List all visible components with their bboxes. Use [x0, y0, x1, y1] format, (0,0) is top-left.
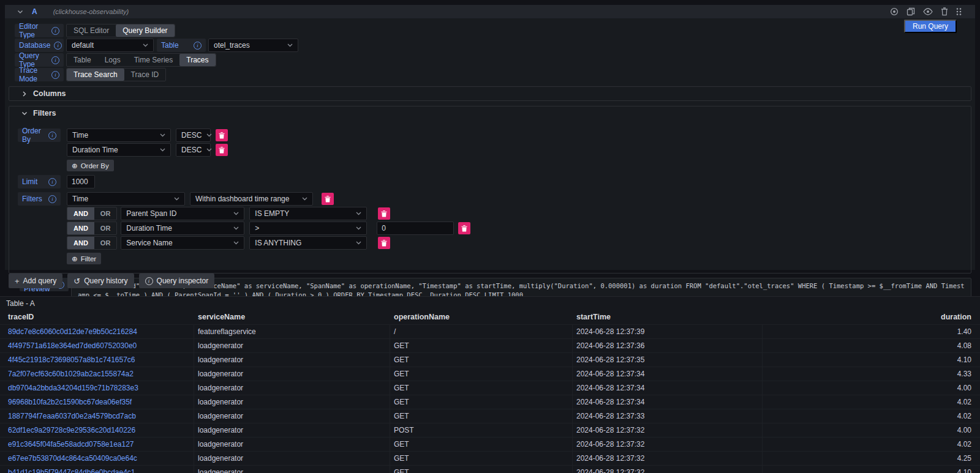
chevron-right-icon	[23, 91, 27, 97]
delete-query-icon[interactable]	[941, 7, 948, 16]
duration-cell: 4.02	[763, 395, 980, 409]
trace-id-link[interactable]: 96968b10fa2b2c1590bc67dea06ef35f	[8, 398, 132, 406]
filter-field-select[interactable]: Duration Time	[121, 222, 244, 235]
add-query-button[interactable]: + Add query	[9, 274, 62, 288]
duplicate-query-icon[interactable]	[907, 7, 915, 16]
remove-filter-button[interactable]	[458, 222, 470, 234]
column-header-traceid[interactable]: traceID	[0, 310, 194, 324]
duration-cell: 4.25	[763, 452, 980, 465]
filter-field-select[interactable]: Parent Span ID	[121, 207, 244, 220]
table-panel: Table - A traceID serviceName operationN…	[0, 296, 980, 473]
database-select[interactable]: default	[66, 39, 154, 52]
column-header-servicename[interactable]: serviceName	[194, 310, 390, 324]
limit-input[interactable]	[67, 175, 95, 188]
disable-query-icon[interactable]	[890, 7, 899, 16]
plus-circle-icon: ⊕	[72, 162, 78, 170]
table-row: 89dc7e8c6060c0d12de7e9b50c216284 feature…	[0, 324, 980, 338]
table-row: e67ee7b53870d4c864ca50409ca0e64c loadgen…	[0, 451, 980, 465]
query-type-option-timeseries[interactable]: Time Series	[127, 54, 180, 66]
column-header-duration[interactable]: duration	[763, 310, 980, 324]
editor-type-label: Editor Type i	[15, 24, 64, 37]
order-by-label: Order By i	[18, 128, 61, 142]
filter-field-select[interactable]: Time	[67, 192, 185, 206]
table-row: 96968b10fa2b2c1590bc67dea06ef35f loadgen…	[0, 395, 980, 409]
hide-response-icon[interactable]	[923, 8, 933, 15]
or-option[interactable]: OR	[94, 207, 117, 220]
filter-operator-select[interactable]: IS EMPTY	[249, 207, 367, 220]
trace-id-link[interactable]: 89dc7e8c6060c0d12de7e9b50c216284	[8, 327, 137, 336]
editor-type-option-builder[interactable]: Query Builder	[116, 24, 174, 37]
trace-id-link[interactable]: e67ee7b53870d4c864ca50409ca0e64c	[8, 454, 137, 463]
info-icon: i	[48, 132, 56, 140]
editor-type-option-sql[interactable]: SQL Editor	[67, 24, 116, 37]
or-option[interactable]: OR	[94, 222, 117, 234]
add-order-by-button[interactable]: ⊕ Order By	[67, 160, 114, 171]
duration-cell: 4.02	[763, 438, 980, 451]
filters-section-header[interactable]: Filters	[9, 106, 971, 120]
filter-operator-select[interactable]: Within dashboard time range	[190, 192, 313, 206]
or-option[interactable]: OR	[94, 237, 117, 249]
info-icon: i	[194, 42, 202, 50]
operation-name-cell: GET	[390, 466, 573, 473]
and-option[interactable]: AND	[67, 237, 94, 249]
table-select[interactable]: otel_traces	[208, 39, 298, 52]
query-type-option-logs[interactable]: Logs	[98, 54, 127, 66]
trace-id-link[interactable]: 7a2f07ecf63c60b1029ab2ac155874a2	[8, 370, 134, 378]
info-icon: i	[54, 42, 62, 50]
trace-id-link[interactable]: 4f497571a618e364ed7ded60752030e0	[8, 341, 137, 350]
order-by-field-select[interactable]: Duration Time	[67, 143, 171, 157]
run-query-button[interactable]: Run Query	[904, 20, 957, 33]
filter-field-select[interactable]: Service Name	[121, 236, 244, 250]
query-inspector-button[interactable]: i Query inspector	[139, 274, 215, 288]
filter-operator-select[interactable]: >	[249, 222, 367, 235]
query-footer-toolbar: + Add query ↺ Query history i Query insp…	[9, 274, 214, 288]
query-history-button[interactable]: ↺ Query history	[67, 274, 134, 288]
chevron-down-icon	[174, 197, 179, 201]
column-header-operationname[interactable]: operationName	[390, 310, 573, 324]
add-filter-button[interactable]: ⊕ Filter	[67, 253, 101, 264]
columns-section-header[interactable]: Columns	[9, 87, 971, 100]
duration-cell: 4.33	[763, 367, 980, 381]
remove-filter-button[interactable]	[378, 237, 390, 249]
chevron-down-icon	[287, 43, 293, 47]
trace-mode-option-id[interactable]: Trace ID	[124, 69, 166, 81]
filter-value-input[interactable]	[377, 222, 454, 235]
and-option[interactable]: AND	[67, 222, 94, 234]
collapse-chevron-icon[interactable]	[17, 10, 23, 14]
operation-name-cell: GET	[390, 395, 573, 409]
drag-handle-icon[interactable]	[956, 7, 962, 16]
service-name-cell: loadgenerator	[194, 339, 390, 352]
query-type-option-table[interactable]: Table	[67, 54, 98, 66]
info-icon: i	[48, 178, 56, 186]
filter-operator-select[interactable]: IS ANYTHING	[249, 236, 367, 250]
trace-mode-label: Trace Mode i	[15, 68, 64, 81]
trash-icon	[219, 147, 225, 154]
limit-label: Limit i	[18, 175, 61, 188]
trace-mode-option-search[interactable]: Trace Search	[67, 69, 124, 81]
query-row-header[interactable]: A (clickhouse-observability)	[5, 5, 975, 18]
table-header-row: traceID serviceName operationName startT…	[0, 310, 980, 324]
table-label: Table i	[157, 39, 206, 52]
order-by-direction-select[interactable]: DESC	[176, 143, 211, 157]
trash-icon	[325, 196, 331, 203]
trace-id-link[interactable]: 62df1ec9a29728c9e29536c20d140226	[8, 426, 135, 434]
remove-order-by-button[interactable]	[216, 129, 228, 141]
trash-icon	[381, 240, 387, 247]
operation-name-cell: /	[390, 325, 573, 338]
trace-id-link[interactable]: e91c3645f04fa5e58adcd0758e1ea127	[8, 440, 134, 449]
order-by-field-select[interactable]: Time	[67, 128, 171, 142]
remove-order-by-button[interactable]	[216, 144, 228, 156]
trace-id-link[interactable]: 4f45c21918c73698057a8b1c741657c6	[8, 356, 135, 364]
trace-id-link[interactable]: db9704a2bbda34204d159c71b78283e3	[8, 384, 138, 392]
remove-filter-button[interactable]	[378, 207, 390, 220]
trace-id-link[interactable]: b41d1c19b5f79447c84db6e0bcdae4c1	[8, 468, 135, 473]
and-option[interactable]: AND	[67, 207, 94, 220]
service-name-cell: loadgenerator	[194, 466, 390, 473]
trash-icon	[381, 210, 387, 217]
query-type-option-traces[interactable]: Traces	[179, 54, 215, 66]
trace-id-link[interactable]: 1887794f7eaa6037d0e2a4579bcd7acb	[8, 412, 136, 420]
order-by-direction-select[interactable]: DESC	[176, 128, 211, 142]
operation-name-cell: GET	[390, 367, 573, 381]
column-header-starttime[interactable]: startTime	[573, 310, 763, 324]
remove-filter-button[interactable]	[322, 193, 334, 205]
